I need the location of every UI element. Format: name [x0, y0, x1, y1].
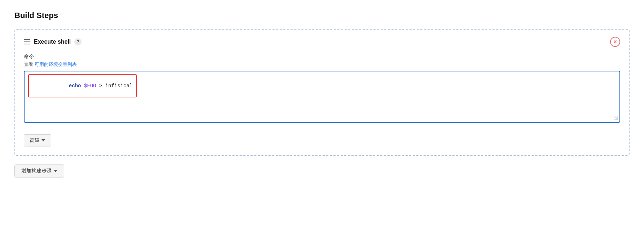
- code-line: echo $FOO > infisical: [29, 75, 136, 97]
- cmd-rest: > infisical: [96, 83, 132, 89]
- cmd-keyword: echo: [69, 83, 81, 89]
- resize-handle-icon[interactable]: ⇲: [614, 115, 618, 120]
- add-step-chevron-icon: [54, 170, 57, 172]
- step-title: Execute shell: [34, 39, 71, 45]
- close-button[interactable]: ×: [610, 37, 620, 47]
- cmd-space: [81, 83, 84, 89]
- cmd-var: $FOO: [84, 83, 96, 89]
- page-title: Build Steps: [14, 11, 630, 20]
- code-highlight-box: echo $FOO > infisical: [28, 74, 137, 97]
- env-variables-link[interactable]: 可用的环境变量列表: [35, 62, 77, 67]
- command-field-section: 命令 查看 可用的环境变量列表 echo $FOO > infisical ⇲: [24, 53, 620, 123]
- command-label: 命令: [24, 53, 620, 60]
- card-header: Execute shell ? ×: [24, 37, 620, 47]
- card-header-left: Execute shell ?: [24, 38, 82, 45]
- command-textarea-container: echo $FOO > infisical ⇲: [24, 71, 620, 123]
- advanced-label: 高级: [30, 137, 39, 144]
- env-prefix-text: 查看: [24, 62, 33, 67]
- drag-handle-icon[interactable]: [24, 39, 30, 44]
- build-step-card: Execute shell ? × 命令 查看 可用的环境变量列表 echo $…: [14, 29, 630, 156]
- add-build-step-button[interactable]: 增加构建步骤: [14, 165, 64, 177]
- advanced-button[interactable]: 高级: [24, 134, 51, 146]
- help-badge[interactable]: ?: [74, 38, 82, 45]
- env-link-row: 查看 可用的环境变量列表: [24, 61, 620, 68]
- command-textarea-body: echo $FOO > infisical: [25, 71, 619, 122]
- add-step-label: 增加构建步骤: [21, 168, 52, 174]
- chevron-down-icon: [41, 139, 45, 141]
